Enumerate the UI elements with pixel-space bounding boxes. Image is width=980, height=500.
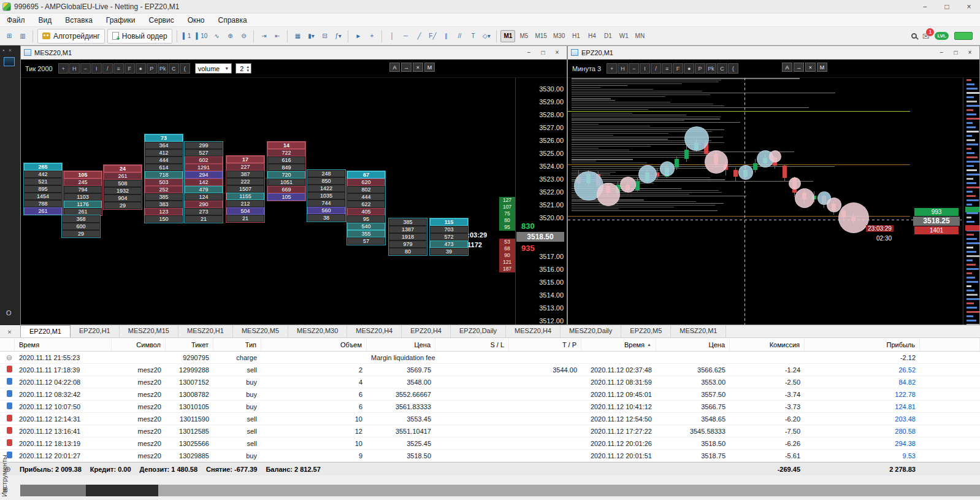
cluster-tool-7[interactable]: ● <box>136 63 146 74</box>
column-header-0[interactable]: Время <box>15 338 112 351</box>
cluster-tool-4[interactable]: / <box>102 63 113 74</box>
docked-panel-handle[interactable]: ▪ × <box>2 47 13 53</box>
menu-item-3[interactable]: Графики <box>99 16 142 25</box>
chart-title-bar[interactable]: EPZ20,M1 − □ × <box>568 46 979 60</box>
chart-shift-button[interactable]: ⇤ <box>270 29 284 43</box>
cluster-tool-9[interactable]: Pk <box>158 63 168 74</box>
tick-chart-1-button[interactable]: ▍1 <box>180 29 194 43</box>
corner-close-button[interactable]: × <box>805 63 816 72</box>
candle-tool-7[interactable]: ● <box>684 63 694 74</box>
grid-button[interactable]: ▦ <box>291 29 304 43</box>
history-row[interactable]: 2020.11.12 18:13:19mesz2013025566sell103… <box>0 437 980 450</box>
chart-tab-2[interactable]: MESZ20,M15 <box>120 325 178 337</box>
new-order-button[interactable]: Новый ордер <box>107 29 172 44</box>
cluster-tool-0[interactable]: + <box>58 63 69 74</box>
timeframe-m5-button[interactable]: M5 <box>516 30 531 42</box>
algotrading-button[interactable]: Алготрейдинг <box>37 29 105 44</box>
chart-tab-7[interactable]: EPZ20,H4 <box>402 325 451 337</box>
column-header-4[interactable]: Объем <box>261 338 367 351</box>
chart-tab-11[interactable]: EPZ20,M5 <box>621 325 671 337</box>
equidistant-channel-button[interactable]: ∥ <box>439 29 453 43</box>
minimized-window-icon[interactable] <box>4 57 15 66</box>
text-label-button[interactable]: T <box>466 29 480 43</box>
corner-autoscroll-button[interactable]: → <box>401 63 412 72</box>
menu-item-1[interactable]: Вид <box>32 16 59 25</box>
column-header-7[interactable]: T / P <box>509 338 581 351</box>
cluster-tool-11[interactable]: ( <box>180 63 190 74</box>
column-header-8[interactable]: Время▲ <box>581 338 656 351</box>
tile-windows-button[interactable]: ⊟ <box>318 29 331 43</box>
candle-tool-10[interactable]: C <box>717 63 727 74</box>
search-icon[interactable] <box>911 33 917 39</box>
timeframe-mn-button[interactable]: MN <box>632 30 647 42</box>
candle-tool-2[interactable]: − <box>629 63 639 74</box>
history-row[interactable]: 2020.11.11 17:18:39mesz2012999288sell235… <box>0 364 980 376</box>
chart-tab-8[interactable]: EPZ20,Daily <box>451 325 506 337</box>
cluster-tool-6[interactable]: F <box>124 63 135 74</box>
timeframe-m15-button[interactable]: M15 <box>532 30 549 42</box>
timeframe-h1-button[interactable]: H1 <box>568 30 583 42</box>
timeframe-d1-button[interactable]: D1 <box>600 30 615 42</box>
auto-scroll-button[interactable]: ⇥ <box>257 29 270 43</box>
column-header-11[interactable]: Прибыль <box>805 338 920 351</box>
chart-tab-5[interactable]: MESZ20,M30 <box>288 325 347 337</box>
chart-close-button[interactable]: × <box>963 47 976 58</box>
crosshair-button[interactable]: + <box>365 29 378 43</box>
menu-item-0[interactable]: Файл <box>0 16 32 25</box>
menu-item-2[interactable]: Вставка <box>58 16 99 25</box>
candle-tool-8[interactable]: P <box>695 63 705 74</box>
cluster-tool-8[interactable]: P <box>147 63 157 74</box>
horizontal-line-button[interactable]: ─ <box>399 29 412 43</box>
history-row[interactable]: ⊖2020.11.11 21:55:239290795chargeMargin … <box>0 352 980 364</box>
candle-tool-1[interactable]: H <box>618 63 628 74</box>
chart-minimize-button[interactable]: − <box>523 47 535 58</box>
new-chart-button[interactable]: ⊞ <box>2 29 16 43</box>
fibo-retracement-button[interactable]: F╱ <box>426 29 439 43</box>
corner-close-button[interactable]: × <box>413 63 423 72</box>
chart-tab-1[interactable]: EPZ20,H1 <box>71 325 120 337</box>
timeframe-h4-button[interactable]: H4 <box>584 30 599 42</box>
close-button[interactable]: × <box>958 0 980 13</box>
chart-tab-10[interactable]: MESZ20,Daily <box>561 325 621 337</box>
chart-restore-button[interactable]: □ <box>949 47 962 58</box>
menu-item-4[interactable]: Сервис <box>142 16 181 25</box>
chart-title-bar[interactable]: MESZ20,M1 − □ × <box>21 46 567 60</box>
stepper-arrows[interactable]: ▲▼ <box>246 65 250 72</box>
candle-chart-canvas[interactable]: 9933518.25140123:03:2902:30 <box>568 78 979 325</box>
menu-item-5[interactable]: Окно <box>181 16 212 25</box>
toolbox-vertical-tab[interactable]: Инструменты <box>1 456 8 497</box>
column-header-9[interactable]: Цена <box>656 338 730 351</box>
minimize-button[interactable]: − <box>914 0 936 13</box>
vertical-line-button[interactable]: │ <box>385 29 399 43</box>
column-header-3[interactable]: Тип <box>213 338 261 351</box>
candle-tool-5[interactable]: ≡ <box>662 63 672 74</box>
overview-button[interactable]: О <box>6 309 12 317</box>
chart-tab-12[interactable]: MESZ20,M1 <box>671 325 726 337</box>
column-header-2[interactable]: Тикет <box>166 338 213 351</box>
trendline-button[interactable]: ╱ <box>412 29 426 43</box>
corner-mode-button[interactable]: M <box>424 63 435 72</box>
candle-tool-0[interactable]: + <box>607 63 617 74</box>
corner-autoscroll-button[interactable]: → <box>794 63 804 72</box>
chart-close-button[interactable]: × <box>551 47 564 58</box>
chart-tab-0[interactable]: EPZ20,M1 <box>20 325 71 337</box>
candle-tool-4[interactable]: / <box>651 63 661 74</box>
zoom-in-button[interactable]: ⊕ <box>223 29 237 43</box>
history-row[interactable]: 2020.11.12 10:07:50mesz2013010105buy6356… <box>0 401 980 413</box>
chart-restore-button[interactable]: □ <box>537 47 549 58</box>
tick-chart-10-button[interactable]: ▍10 <box>194 29 210 43</box>
chart-tab-6[interactable]: MESZ20,H4 <box>347 325 402 337</box>
column-header-10[interactable]: Комиссия <box>730 338 805 351</box>
timeframe-m1-button[interactable]: M1 <box>500 30 515 42</box>
history-row[interactable]: 2020.11.12 08:32:42mesz2013008782buy6355… <box>0 388 980 401</box>
shapes-button[interactable]: ◇▾ <box>480 29 493 43</box>
timeframe-m30-button[interactable]: M30 <box>551 30 567 42</box>
cluster-tool-3[interactable]: I <box>91 63 102 74</box>
toolbox-close-button[interactable]: × <box>4 326 15 337</box>
cluster-size-stepper[interactable]: 2 ▲▼ <box>235 63 251 74</box>
zoom-out-button[interactable]: ⊖ <box>237 29 250 43</box>
column-header-6[interactable]: S / L <box>435 338 509 351</box>
open-data-folder-button[interactable]: ▥ <box>16 29 29 43</box>
candle-tool-11[interactable]: ( <box>728 63 738 74</box>
history-row[interactable]: 2020.11.12 13:16:41mesz2013012585sell123… <box>0 425 980 437</box>
